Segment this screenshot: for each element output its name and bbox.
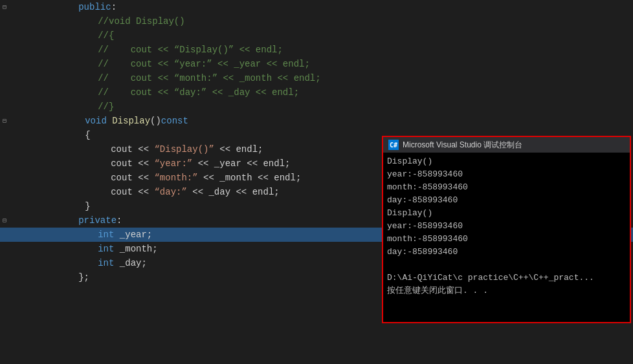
- console-path-line: D:\Ai-QiYiCat\c practice\C++\C++_pract..…: [387, 272, 626, 284]
- expand-icon[interactable]: ⊟: [0, 117, 9, 125]
- console-output-line: [387, 259, 626, 272]
- vs-icon: C#: [388, 140, 399, 150]
- expand-icon[interactable]: ⊟: [0, 3, 9, 11]
- console-output-line: year:-858993460: [387, 220, 626, 233]
- console-output-line: Display(): [387, 207, 626, 220]
- editor-area: ⊟ public: //void Display() //{: [0, 0, 633, 364]
- console-output-line: day:-858993460: [387, 194, 626, 207]
- console-title: Microsoft Visual Studio 调试控制台: [403, 140, 522, 151]
- console-body: Display() year:-858993460 month:-8589934…: [383, 153, 630, 322]
- console-popup[interactable]: C# Microsoft Visual Studio 调试控制台 Display…: [382, 136, 631, 323]
- expand-icon[interactable]: ⊟: [0, 217, 9, 224]
- console-output-line: month:-858993460: [387, 181, 626, 194]
- console-output-line: year:-858993460: [387, 168, 626, 181]
- console-titlebar: C# Microsoft Visual Studio 调试控制台: [383, 137, 630, 153]
- console-close-prompt: 按任意键关闭此窗口. . .: [387, 284, 626, 297]
- console-output-line: month:-858993460: [387, 233, 626, 246]
- console-output-line: day:-858993460: [387, 246, 626, 259]
- console-output-line: Display(): [387, 155, 626, 168]
